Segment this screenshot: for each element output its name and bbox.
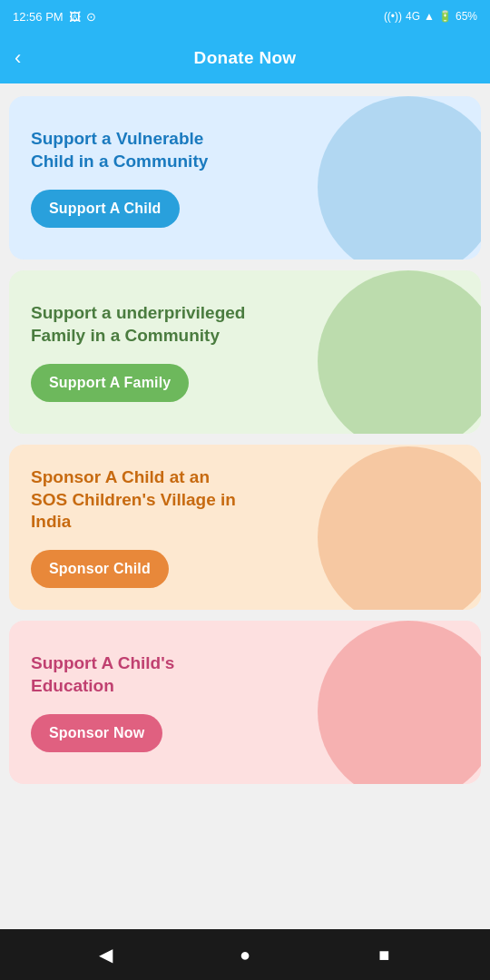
support-family-button[interactable]: Support A Family — [31, 364, 189, 402]
page-title: Donate Now — [194, 48, 297, 68]
sponsor-child-card: Sponsor A Child at an SOS Children's Vil… — [9, 445, 481, 610]
card-content-3: Sponsor A Child at an SOS Children's Vil… — [31, 466, 249, 588]
wifi-icon: ((•)) — [384, 10, 402, 23]
signal-icon: ▲ — [424, 10, 435, 23]
nav-recent-button[interactable]: ■ — [366, 936, 402, 973]
status-time: 12:56 PM — [13, 10, 64, 24]
sponsor-child-button[interactable]: Sponsor Child — [31, 550, 169, 588]
card-title-1: Support a Vulnerable Child in a Communit… — [31, 128, 249, 172]
top-nav: ‹ Donate Now — [0, 33, 490, 83]
back-button[interactable]: ‹ — [15, 46, 21, 70]
location-icon: ⊙ — [86, 10, 96, 24]
status-right: ((•)) 4G ▲ 🔋 65% — [384, 10, 477, 23]
battery-level: 65% — [456, 10, 477, 23]
card-content-1: Support a Vulnerable Child in a Communit… — [31, 128, 249, 227]
sponsor-education-card: Support A Child's Education Sponsor Now — [9, 621, 481, 784]
support-child-card: Support a Vulnerable Child in a Communit… — [9, 96, 481, 260]
card-title-4: Support A Child's Education — [31, 652, 249, 697]
gallery-icon: 🖼 — [69, 10, 81, 24]
card-circle-3 — [318, 446, 481, 610]
card-title-2: Support a underprivileged Family in a Co… — [31, 302, 249, 347]
network-icon: 4G — [406, 10, 420, 23]
status-left: 12:56 PM 🖼 ⊙ — [13, 10, 96, 24]
back-icon: ‹ — [15, 46, 21, 70]
cards-container: Support a Vulnerable Child in a Communit… — [0, 83, 490, 929]
bottom-nav: ◀ ● ■ — [0, 929, 490, 980]
card-content-2: Support a underprivileged Family in a Co… — [31, 302, 249, 401]
card-circle-2 — [318, 270, 481, 434]
nav-home-button[interactable]: ● — [227, 936, 263, 973]
card-circle-4 — [318, 621, 481, 784]
battery-icon: 🔋 — [438, 10, 452, 23]
card-title-3: Sponsor A Child at an SOS Children's Vil… — [31, 466, 249, 534]
support-child-button[interactable]: Support A Child — [31, 190, 180, 228]
nav-back-button[interactable]: ◀ — [88, 936, 124, 973]
sponsor-now-button[interactable]: Sponsor Now — [31, 714, 162, 752]
status-bar: 12:56 PM 🖼 ⊙ ((•)) 4G ▲ 🔋 65% — [0, 0, 490, 33]
card-circle-1 — [318, 96, 481, 260]
support-family-card: Support a underprivileged Family in a Co… — [9, 270, 481, 434]
card-content-4: Support A Child's Education Sponsor Now — [31, 652, 249, 751]
